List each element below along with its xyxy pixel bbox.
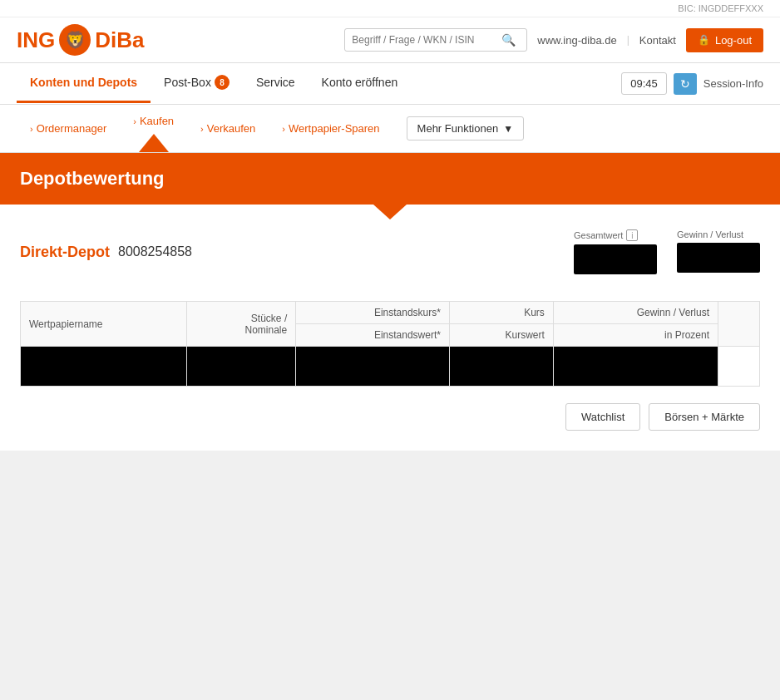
top-right: 🔍 www.ing-diba.de | Kontakt 🔒 Log-out <box>344 28 763 52</box>
sub-nav-kaufen[interactable]: › Kaufen <box>120 105 187 152</box>
cell-kurs <box>449 347 553 387</box>
dropdown-arrow-icon: ▼ <box>503 123 513 135</box>
totals-area: Gesamtwert i Gewinn / Verlust <box>574 229 760 274</box>
sub-nav-ordermanager[interactable]: › Ordermanager <box>17 112 120 145</box>
session-time: 09:45 <box>621 72 667 95</box>
gesamtwert-block: Gesamtwert i <box>574 229 657 274</box>
watchlist-button[interactable]: Watchlist <box>565 403 640 431</box>
main-content: Direkt-Depot 8008254858 Gesamtwert i Gew… <box>0 205 780 451</box>
nav-konto-eroeffnen[interactable]: Konto eröffnen <box>309 64 412 103</box>
th-einstandskurs-top: Einstandskurs* <box>296 302 449 324</box>
th-gewinn-verlust: Gewinn / Verlust in Prozent <box>553 302 718 347</box>
bic-text: BIC: INGDDEFFXXX <box>678 3 763 13</box>
chevron-icon-kaufen: › <box>133 116 136 126</box>
page-title: Depotbewertung <box>20 168 165 189</box>
mehr-funktionen-button[interactable]: Mehr Funktionen ▼ <box>407 116 524 140</box>
main-nav: Konten und Depots Post-Box 8 Service Kon… <box>0 63 780 105</box>
th-gewinn-top: Gewinn / Verlust <box>554 302 718 324</box>
kaufen-arrow-indicator <box>139 134 169 152</box>
search-icon: 🔍 <box>501 33 516 47</box>
th-kurs-top: Kurs <box>450 302 553 324</box>
contact-link[interactable]: Kontakt <box>639 34 676 47</box>
boersen-maerkte-button[interactable]: Börsen + Märkte <box>649 403 760 431</box>
nav-post-box[interactable]: Post-Box 8 <box>151 63 243 104</box>
th-actions <box>718 302 760 347</box>
logo-lion: 🦁 <box>59 24 91 56</box>
th-wertpapiername: Wertpapiername <box>21 302 187 347</box>
nav-service[interactable]: Service <box>243 64 309 103</box>
search-input[interactable] <box>352 34 501 46</box>
search-box[interactable]: 🔍 <box>344 28 527 52</box>
top-bar: ING 🦁 DiBa 🔍 www.ing-diba.de | Kontakt 🔒… <box>0 17 780 63</box>
depot-title-row: Direkt-Depot 8008254858 Gesamtwert i Gew… <box>20 229 760 281</box>
depot-name: Direkt-Depot 8008254858 <box>20 244 192 261</box>
refresh-button[interactable]: ↻ <box>674 73 697 95</box>
cell-gewinn <box>553 347 718 387</box>
cell-action <box>718 347 760 387</box>
nav-konten-depots[interactable]: Konten und Depots <box>17 64 151 103</box>
cell-stuecke <box>187 347 296 387</box>
top-nav-links: www.ing-diba.de | Kontakt <box>537 34 676 47</box>
chevron-icon: › <box>30 124 33 134</box>
logout-label: Log-out <box>715 34 752 47</box>
sub-nav-verkaufen[interactable]: › Verkaufen <box>187 112 269 145</box>
th-einstandskurs: Einstandskurs* Einstandswert* <box>296 302 450 347</box>
th-einstandswert-bottom: Einstandswert* <box>296 324 449 346</box>
session-area: 09:45 ↻ Session-Info <box>621 72 763 95</box>
bottom-buttons: Watchlist Börsen + Märkte <box>20 403 760 431</box>
chevron-icon-verkaufen: › <box>200 124 204 134</box>
th-inprozent-bottom: in Prozent <box>554 324 718 346</box>
sub-nav-wertpapier-sparen[interactable]: › Wertpapier-Sparen <box>269 112 392 145</box>
gesamtwert-value <box>574 244 657 274</box>
logo-area: ING 🦁 DiBa <box>17 24 144 56</box>
depot-header: Depotbewertung <box>0 153 780 205</box>
depot-number: 8008254858 <box>118 244 192 259</box>
depot-table: Wertpapiername Stücke /Nominale Einstand… <box>20 301 760 387</box>
mehr-label: Mehr Funktionen <box>417 122 499 135</box>
th-kurs: Kurs Kurswert <box>449 302 553 347</box>
website-link[interactable]: www.ing-diba.de <box>537 34 616 47</box>
logo: ING 🦁 DiBa <box>17 24 144 56</box>
gesamtwert-label: Gesamtwert i <box>574 229 657 241</box>
session-info-link[interactable]: Session-Info <box>703 77 763 90</box>
chevron-icon-wps: › <box>282 124 285 134</box>
post-box-badge: 8 <box>215 75 230 90</box>
cell-einstand <box>296 347 450 387</box>
gewinn-verlust-value <box>677 243 760 273</box>
logout-button[interactable]: 🔒 Log-out <box>686 28 763 52</box>
table-row <box>21 347 760 387</box>
lock-icon: 🔒 <box>698 34 710 46</box>
cell-wertpapiername <box>21 347 187 387</box>
th-kurswert-bottom: Kurswert <box>450 324 553 346</box>
sub-nav: › Ordermanager › Kaufen › Verkaufen › We… <box>0 105 780 153</box>
gewinn-verlust-block: Gewinn / Verlust <box>677 229 760 274</box>
gewinn-verlust-label: Gewinn / Verlust <box>677 229 760 239</box>
th-stuecke: Stücke /Nominale <box>187 302 296 347</box>
gesamtwert-info-icon[interactable]: i <box>626 229 638 241</box>
